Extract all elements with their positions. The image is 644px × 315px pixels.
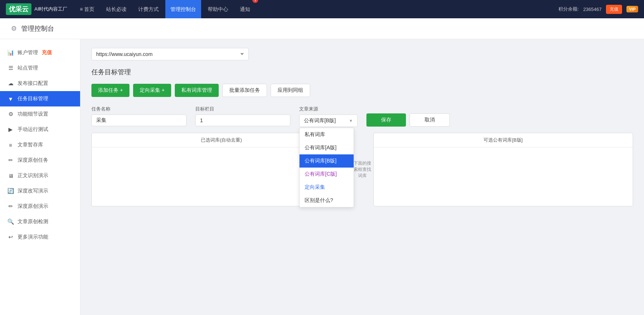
nav-links: ≡ 首页 站长必读 计费方式 管理控制台 帮助中心 通知 1 [75,0,558,18]
sidebar-item-more[interactable]: ↩ 更多演示功能 [0,229,80,245]
form-actions: _ 保存 取消 [366,106,450,127]
dropdown-directed[interactable]: 定向采集 [300,181,354,194]
form-row: 任务名称 目标栏目 文章来源 公有词库[B版] ▼ [91,106,633,127]
panel-gap-hint: 下面的搜索框查找词库 [351,133,373,206]
nav-mustread[interactable]: 站长必读 [101,0,132,18]
target-column-input[interactable] [195,115,290,126]
dropdown-difference[interactable]: 区别是什么? [300,194,354,207]
sidebar-item-original-demo[interactable]: ✏ 深度原创演示 [0,199,80,214]
task-name-label: 任务名称 [91,106,187,112]
sidebar-item-task[interactable]: ▼ 任务目标管理 [0,91,80,106]
task-name-input[interactable] [91,115,187,126]
gap-hint-text: 下面的搜索框查找词库 [353,160,372,179]
nav-right-area: 积分余额: 2365467 充值 VIP [558,5,638,14]
points-value: 2365467 [583,7,602,12]
sidebar-label-publish: 发布接口配置 [18,80,48,87]
sidebar-item-site[interactable]: ☰ 站点管理 [0,60,80,76]
available-lib-body [374,147,633,206]
sidebar-label-original-task: 深度原创任务 [18,157,48,164]
page-wrap: ⚙ 管理控制台 📊 账户管理 充值 ☰ 站点管理 ☁ 发布接口配置 ▼ 任务目标… [0,18,644,315]
site-icon: ☰ [7,65,14,71]
task-name-group: 任务名称 [91,106,187,126]
source-select-display[interactable]: 公有词库[B版] ▼ [299,115,358,127]
sidebar-item-manual[interactable]: ▶ 手动运行测试 [0,122,80,137]
top-navigation: 优采云 AI时代内容工厂 ≡ 首页 站长必读 计费方式 管理控制台 帮助中心 通… [0,0,644,18]
refresh-icon: 🔄 [7,188,14,194]
search-icon: 🔍 [7,218,14,225]
nav-pricing[interactable]: 计费方式 [133,0,164,18]
sidebar-label-manual: 手动运行测试 [18,126,48,133]
section-title: 任务目标管理 [91,68,633,76]
target-column-group: 目标栏目 [195,106,290,126]
filter-icon: ▼ [7,96,14,102]
private-lib-button[interactable]: 私有词库管理 [175,84,219,97]
source-group: 文章来源 公有词库[B版] ▼ 私有词库 公有词库[A版] 公有词库[B版] 公… [299,106,358,127]
available-lib-panel: 可选公有词库[B版] [373,133,633,206]
dropdown-public-b[interactable]: 公有词库[B版] [300,154,354,168]
sidebar-item-ocr[interactable]: 🖥 正文识别演示 [0,168,80,183]
dropdown-public-a[interactable]: 公有词库[A版] [300,141,354,154]
draft-icon: ≡ [7,142,14,148]
sidebar-label-account: 账户管理 [18,49,38,56]
sidebar-item-rewrite[interactable]: 🔄 深度改写演示 [0,183,80,199]
sidebar-label-task: 任务目标管理 [18,95,48,102]
sidebar-label-check: 文章原创检测 [18,218,48,225]
chart-icon: 📊 [7,49,14,56]
source-dropdown-menu: 私有词库 公有词库[A版] 公有词库[B版] 公有词库[C版] 定向采集 区别是… [299,128,354,207]
page-header: ⚙ 管理控制台 [0,18,644,39]
source-selected-value: 公有词库[B版] [304,117,336,124]
two-col-panels: 已选词库(自动去重) 下面的搜索框查找词库 可选公有词库[B版] [91,133,633,206]
save-button[interactable]: 保存 [366,113,406,127]
sidebar-item-account[interactable]: 📊 账户管理 充值 [0,45,80,60]
logo-subtitle: AI时代内容工厂 [34,6,67,12]
nav-help[interactable]: 帮助中心 [203,0,233,18]
available-lib-header: 可选公有词库[B版] [374,133,633,147]
original-icon: ✏ [7,203,14,210]
page-title: 管理控制台 [21,24,54,33]
points-label: 积分余额: [558,6,579,12]
nav-home[interactable]: ≡ 首页 [75,0,99,18]
add-task-button[interactable]: 添加任务 + [91,84,129,97]
recharge-link[interactable]: 充值 [42,49,52,56]
action-buttons: 保存 取消 [366,113,450,127]
logo-icon: 优采云 [6,3,31,15]
recharge-button[interactable]: 充值 [606,5,622,14]
nav-dashboard[interactable]: 管理控制台 [165,0,201,18]
sidebar-item-draft[interactable]: ≡ 文章暂存库 [0,137,80,153]
sidebar-item-original-task[interactable]: ✏ 深度原创任务 [0,153,80,168]
sidebar-label-draft: 文章暂存库 [18,142,43,148]
target-column-label: 目标栏目 [195,106,290,112]
gear-icon: ⚙ [11,25,17,33]
nav-notify[interactable]: 通知 1 [235,0,255,18]
apply-group-button[interactable]: 应用到同组 [271,84,310,97]
directed-collect-button[interactable]: 定向采集 + [133,84,171,97]
button-group: 添加任务 + 定向采集 + 私有词库管理 批量添加任务 应用到同组 [91,84,633,97]
more-icon: ↩ [7,234,14,240]
cloud-icon: ☁ [7,80,14,87]
source-select-wrap: 公有词库[B版] ▼ 私有词库 公有词库[A版] 公有词库[B版] 公有词库[C… [299,115,358,127]
source-chevron-icon: ▼ [349,119,353,123]
dropdown-public-c[interactable]: 公有词库[C版] [300,168,354,181]
monitor-icon: 🖥 [7,173,14,179]
sidebar-label-more: 更多演示功能 [18,234,48,240]
vip-badge: VIP [626,6,638,12]
play-icon: ▶ [7,126,14,133]
url-select-wrap: https://www.ucaiyun.com [91,48,633,60]
logo-area: 优采云 AI时代内容工厂 [6,3,67,15]
cancel-button[interactable]: 取消 [410,113,450,127]
sidebar-label-site: 站点管理 [18,65,38,71]
sidebar-label-rewrite: 深度改写演示 [18,188,48,194]
sidebar-label-original-demo: 深度原创演示 [18,203,48,210]
sidebar-label-feature: 功能细节设置 [18,111,48,117]
dropdown-private[interactable]: 私有词库 [300,128,354,141]
source-label: 文章来源 [299,106,358,112]
notify-badge: 1 [252,0,258,3]
sidebar-item-check[interactable]: 🔍 文章原创检测 [0,214,80,229]
main-content: 📊 账户管理 充值 ☰ 站点管理 ☁ 发布接口配置 ▼ 任务目标管理 ⚙ 功能细… [0,39,644,315]
sidebar: 📊 账户管理 充值 ☰ 站点管理 ☁ 发布接口配置 ▼ 任务目标管理 ⚙ 功能细… [0,39,80,315]
batch-add-button[interactable]: 批量添加任务 [222,84,267,97]
edit-icon: ✏ [7,157,14,164]
sidebar-item-feature[interactable]: ⚙ 功能细节设置 [0,106,80,122]
url-select[interactable]: https://www.ucaiyun.com [91,48,249,60]
sidebar-item-publish[interactable]: ☁ 发布接口配置 [0,76,80,91]
